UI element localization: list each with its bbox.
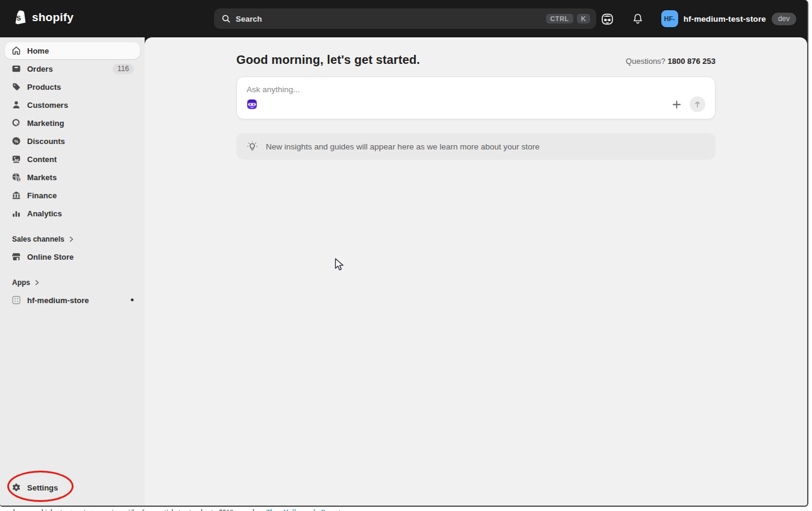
- account-menu[interactable]: HF- hf-medium-test-store dev: [660, 8, 798, 30]
- apps-header[interactable]: Apps: [0, 278, 145, 287]
- sidebar-item-finance[interactable]: Finance: [5, 187, 140, 204]
- ask-input-placeholder: Ask anything...: [247, 85, 705, 94]
- sidebar-item-settings[interactable]: Settings: [5, 479, 95, 496]
- insights-banner-text: New insights and guides will appear here…: [266, 142, 540, 151]
- sidebar-item-label: Orders: [27, 64, 53, 74]
- sidebar-item-customers[interactable]: Customers: [5, 96, 140, 113]
- sidekick-avatar-icon: [247, 99, 257, 110]
- app-window: S shopify Search CTRL K: [0, 0, 808, 507]
- notifications-bell-icon[interactable]: [630, 11, 646, 27]
- target-icon: [11, 118, 21, 128]
- sidebar: Home Orders 116: [0, 37, 145, 506]
- keyboard-shortcut: CTRL K: [546, 14, 590, 24]
- chevron-right-icon: [69, 236, 74, 242]
- sidebar-item-label: Settings: [27, 483, 58, 492]
- sidekick-icon[interactable]: [600, 11, 615, 27]
- insights-banner: New insights and guides will appear here…: [236, 133, 716, 160]
- sidebar-item-label: Home: [27, 46, 49, 55]
- svg-text:S: S: [16, 14, 22, 22]
- sidebar-item-label: Analytics: [27, 209, 62, 218]
- search-icon: [221, 14, 231, 24]
- sidebar-item-label: Content: [27, 155, 57, 164]
- sales-channels-header[interactable]: Sales channels: [0, 235, 145, 243]
- k-key: K: [577, 14, 590, 24]
- topbar: S shopify Search CTRL K: [0, 0, 807, 37]
- sidebar-item-discounts[interactable]: % Discounts: [5, 133, 140, 149]
- sidebar-item-label: Online Store: [27, 252, 74, 262]
- sidebar-item-label: Finance: [27, 191, 57, 200]
- orders-count-badge: 116: [113, 64, 134, 74]
- section-title: Apps: [12, 278, 30, 287]
- ctrl-key: CTRL: [546, 14, 573, 24]
- add-attachment-button[interactable]: [671, 99, 682, 110]
- lightbulb-icon: [247, 141, 258, 152]
- store-name: hf-medium-test-store: [684, 14, 766, 24]
- sidebar-item-label: Discounts: [27, 137, 65, 146]
- sidebar-item-label: Markets: [27, 173, 57, 182]
- person-icon: [11, 100, 21, 110]
- home-icon: [11, 46, 21, 56]
- support-questions: Questions? 1800 876 253: [626, 57, 716, 66]
- sidebar-item-online-store[interactable]: Online Store: [5, 248, 140, 265]
- chevron-right-icon: [34, 280, 40, 286]
- clipped-text-fragment: became highest grossing movie with fewer…: [13, 508, 266, 511]
- support-phone-number[interactable]: 1800 876 253: [667, 57, 716, 66]
- sidebar-item-app-hf-medium-store[interactable]: hf-medium-store •: [5, 292, 140, 309]
- page-title: Good morning, let's get started.: [236, 53, 420, 67]
- svg-text:%: %: [14, 139, 18, 144]
- clipped-bottom-text: became highest grossing movie with fewer…: [0, 508, 808, 511]
- bar-chart-icon: [11, 208, 21, 219]
- shopify-bag-icon: S: [12, 9, 28, 26]
- gear-icon: [11, 483, 21, 493]
- shopify-logo[interactable]: S shopify: [12, 9, 74, 26]
- topbar-right: HF- hf-medium-test-store dev: [600, 0, 798, 37]
- storefront-icon: [11, 252, 21, 262]
- store-avatar: HF-: [661, 10, 678, 27]
- send-button[interactable]: [690, 96, 705, 112]
- sidebar-item-label: Marketing: [27, 119, 64, 128]
- tag-icon: [11, 82, 21, 92]
- shopify-wordmark: shopify: [32, 11, 74, 24]
- section-title: Sales channels: [12, 235, 65, 243]
- sidebar-item-home[interactable]: Home: [5, 42, 140, 59]
- sidebar-item-analytics[interactable]: Analytics: [5, 205, 140, 222]
- sidebar-item-label: Products: [27, 83, 61, 92]
- search-placeholder: Search: [236, 14, 262, 24]
- sidebar-item-label: hf-medium-store: [27, 296, 89, 305]
- clipped-link-text[interactable]: The Hollywood Reporter: [266, 508, 346, 511]
- questions-label: Questions?: [626, 57, 666, 66]
- sidebar-item-markets[interactable]: $ Markets: [5, 169, 140, 186]
- image-icon: [11, 154, 21, 165]
- orders-icon: [11, 64, 21, 74]
- sidebar-item-label: Customers: [27, 101, 68, 110]
- sidebar-item-marketing[interactable]: Marketing: [5, 114, 140, 131]
- sidebar-item-orders[interactable]: Orders 116: [5, 60, 140, 77]
- discount-icon: %: [11, 136, 21, 146]
- dev-environment-badge: dev: [772, 13, 796, 25]
- bank-icon: [11, 190, 21, 201]
- globe-dollar-icon: $: [11, 172, 21, 183]
- search-bar[interactable]: Search CTRL K: [214, 8, 596, 29]
- app-icon: [11, 295, 21, 306]
- sidebar-item-products[interactable]: Products: [5, 78, 140, 95]
- sidebar-item-content[interactable]: Content: [5, 151, 140, 168]
- ask-anything-input[interactable]: Ask anything...: [236, 77, 716, 119]
- main-content: Good morning, let's get started. Questio…: [145, 37, 807, 506]
